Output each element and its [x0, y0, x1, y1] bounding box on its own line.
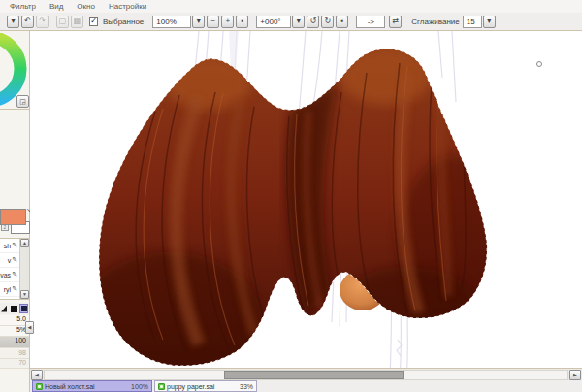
rotate-ccw-icon: ↺	[309, 17, 316, 25]
smoothing-dropdown-button[interactable]: ▾	[483, 16, 496, 28]
scroll-down-button[interactable]: ▼	[20, 290, 29, 299]
selected-checkbox-label: Выбранное	[103, 17, 144, 26]
brush-shape-icon	[21, 306, 27, 311]
scroll-left-button[interactable]: ◀	[31, 370, 43, 380]
foreground-color-swatch[interactable]	[0, 209, 26, 225]
select-grid-icon: ▦	[74, 17, 81, 25]
rotate-cw-button[interactable]: ↻	[321, 16, 334, 28]
brush-shape-selected[interactable]	[19, 304, 28, 313]
select-rect-icon: ▢	[59, 17, 67, 25]
flip-button[interactable]: ⇄	[389, 16, 402, 28]
brush-shape-option[interactable]	[0, 304, 8, 313]
document-tab-active[interactable]: Новый холст.sai 100%	[32, 380, 152, 392]
rotate-cw-icon: ↻	[324, 17, 331, 25]
deselect-button[interactable]: ▢	[56, 16, 69, 28]
chevron-down-icon: ▾	[487, 17, 491, 25]
document-icon	[36, 383, 43, 390]
arrow-field[interactable]: ->	[356, 16, 385, 28]
document-tab-zoom: 100%	[125, 383, 148, 390]
tool-label-fragment: nvas	[0, 272, 11, 278]
pencil-icon: ✎	[12, 256, 17, 264]
document-tab-label: puppy paper.sai	[167, 383, 214, 390]
menu-view[interactable]: Вид	[49, 0, 63, 13]
zoom-reset-button[interactable]: ▪	[236, 16, 248, 28]
brush-shape-row	[0, 303, 29, 314]
color-picker-button[interactable]: ◲	[16, 95, 29, 108]
pencil-icon: ✎	[12, 271, 17, 278]
redo-button[interactable]: ↷	[36, 16, 48, 28]
reset-icon: ▪	[241, 17, 243, 25]
zoom-value: 100%	[156, 17, 176, 26]
check-icon: ✓	[90, 17, 97, 25]
document-tab-zoom: 33%	[234, 383, 253, 390]
brush-cursor-icon	[536, 61, 542, 67]
menu-window[interactable]: Окно	[77, 0, 95, 13]
brush-shape-option[interactable]	[10, 304, 17, 313]
scroll-right-icon: ▶	[573, 373, 577, 377]
menu-bar: Фильтр Вид Окно Настройки	[0, 0, 582, 13]
density-value: 100	[15, 337, 26, 343]
flip-icon: ⇄	[392, 17, 399, 25]
scroll-left-icon: ◀	[35, 373, 39, 377]
angle-value: +000°	[260, 17, 280, 26]
arrow-field-value: ->	[368, 17, 374, 26]
document-tab[interactable]: puppy paper.sai 33%	[154, 380, 257, 392]
artwork-hair-painting	[30, 31, 582, 368]
canvas-horizontal-scrollbar[interactable]: ◀ ▶	[30, 368, 582, 380]
tool-list-scrollbar[interactable]: ▲ ▼	[19, 239, 29, 299]
document-tab-label: Новый холст.sai	[45, 383, 95, 390]
rotate-reset-button[interactable]: ▪	[336, 16, 348, 28]
disabled-param-value: 98	[18, 349, 26, 356]
plus-icon: +	[225, 17, 230, 25]
tool-list: sh ✎ v ✎ nvas ✎ ryl ✎ ▲ ▼	[0, 238, 29, 300]
menu-settings[interactable]: Настройки	[109, 0, 146, 13]
document-tab-bar: Новый холст.sai 100% puppy paper.sai 33%	[30, 380, 582, 392]
undo-icon: ↶	[24, 17, 31, 25]
scroll-right-button[interactable]: ▶	[569, 370, 581, 380]
zoom-dropdown-button[interactable]: ▾	[192, 16, 205, 28]
panel-collapse-button[interactable]: ◀	[25, 321, 34, 334]
zoom-out-button[interactable]: −	[207, 16, 219, 28]
disabled-param-row: 98	[0, 349, 29, 359]
rotate-ccw-button[interactable]: ↺	[307, 16, 319, 28]
angle-value-field[interactable]: +000°	[256, 16, 291, 28]
smoothing-label: Сглаживание	[411, 17, 459, 26]
scroll-up-button[interactable]: ▲	[20, 239, 29, 247]
minus-icon: −	[210, 17, 215, 25]
scrollbar-track[interactable]	[44, 370, 568, 380]
panel-divider	[0, 109, 29, 110]
density-slider[interactable]: 100	[0, 337, 29, 348]
disabled-param-row: 70	[0, 359, 29, 369]
scroll-up-icon: ▲	[22, 241, 27, 245]
zoom-value-field[interactable]: 100%	[152, 16, 191, 28]
tool-label-fragment: v	[8, 257, 12, 264]
invert-selection-button[interactable]: ▦	[71, 16, 83, 28]
menu-filter[interactable]: Фильтр	[10, 0, 36, 13]
brush-shape-icon	[11, 306, 17, 312]
selected-checkbox[interactable]: ✓	[89, 17, 98, 26]
smoothing-value: 15	[467, 17, 475, 26]
tool-label-fragment: sh	[4, 243, 11, 249]
scrollbar-thumb[interactable]	[224, 371, 404, 379]
scroll-down-icon: ▼	[22, 292, 27, 297]
zoom-in-button[interactable]: +	[221, 16, 234, 28]
left-tool-panel: ◲ 2 ↘ sh ✎ v ✎ nvas ✎ ryl ✎ ▲ ▼ 5.0 5%	[0, 31, 30, 392]
chevron-down-icon: ▾	[297, 17, 301, 25]
pencil-icon: ✎	[12, 242, 17, 249]
chevron-down-icon: ▾	[11, 17, 15, 25]
reset-icon: ▪	[340, 17, 343, 25]
disabled-param-value: 70	[18, 359, 26, 366]
angle-dropdown-button[interactable]: ▾	[292, 16, 305, 28]
toolbar-dropdown-button[interactable]: ▾	[7, 16, 19, 28]
redo-icon: ↷	[39, 17, 46, 25]
smoothing-value-field[interactable]: 15	[463, 16, 482, 28]
picker-icon: ◲	[19, 98, 26, 105]
undo-button[interactable]: ↶	[21, 16, 34, 28]
tool-label-fragment: ryl	[4, 286, 11, 293]
pencil-icon: ✎	[12, 285, 17, 293]
chevron-down-icon: ▾	[197, 17, 201, 25]
canvas-viewport[interactable]	[30, 31, 582, 368]
brush-shape-icon	[1, 306, 7, 312]
toolbar: ▾ ↶ ↷ ▢ ▦ ✓ Выбранное 100% ▾ − + ▪ +000°…	[0, 13, 582, 31]
collapse-left-icon: ◀	[28, 325, 32, 330]
